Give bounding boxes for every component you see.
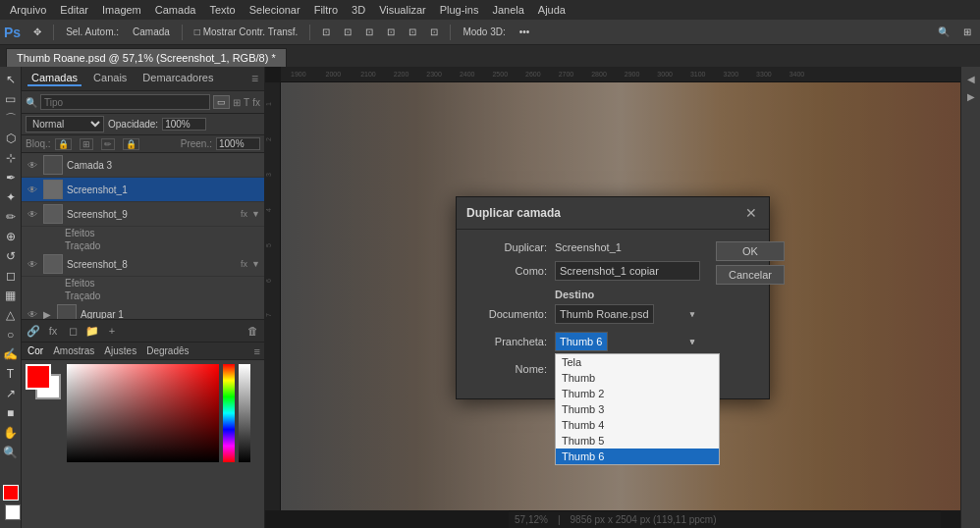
ok-button[interactable]: OK xyxy=(716,241,785,261)
dropdown-item-thumb4[interactable]: Thumb 4 xyxy=(556,417,719,433)
layer-icons-btn[interactable]: ⊞ xyxy=(233,97,241,108)
show-transform[interactable]: □ Mostrar Contr. Transf. xyxy=(190,25,303,39)
tab-demarcadores[interactable]: Demarcadores xyxy=(138,71,217,86)
link-layers-btn[interactable]: 🔗 xyxy=(26,323,41,339)
layer-item[interactable]: 👁 ▶ Agrupar 1 xyxy=(22,302,264,319)
layer-eye-btn[interactable]: 👁 xyxy=(26,307,39,319)
menu-plugins[interactable]: Plug-ins xyxy=(434,2,485,18)
fill-input[interactable] xyxy=(216,137,260,150)
align-center-v[interactable]: ⊡ xyxy=(404,25,421,39)
active-tab[interactable]: Thumb Roane.psd @ 57,1% (Screenshot_1, R… xyxy=(6,48,287,67)
tool-move[interactable]: ↖ xyxy=(2,71,20,88)
cancel-button[interactable]: Cancelar xyxy=(716,265,785,285)
tool-eraser[interactable]: ◻ xyxy=(2,267,20,285)
menu-filtro[interactable]: Filtro xyxy=(308,2,344,18)
tool-history[interactable]: ↺ xyxy=(2,247,20,265)
menu-visualizar[interactable]: Visualizar xyxy=(373,2,432,18)
3d-mode[interactable]: Modo 3D: xyxy=(458,25,510,39)
menu-imagem[interactable]: Imagem xyxy=(96,2,147,18)
bg-color-tool[interactable] xyxy=(5,504,21,520)
tool-shape[interactable]: ■ xyxy=(2,404,20,422)
layer-eye-btn[interactable]: 👁 xyxy=(26,207,39,221)
as-input[interactable] xyxy=(555,261,700,281)
add-style-btn[interactable]: fx xyxy=(45,323,61,339)
tool-brush[interactable]: ✏ xyxy=(2,208,20,226)
delete-layer-btn[interactable]: 🗑 xyxy=(245,323,260,339)
search-btn[interactable]: 🔍 xyxy=(933,25,954,39)
tab-ajustes[interactable]: Ajustes xyxy=(102,344,138,357)
move-tool[interactable]: ✥ xyxy=(28,25,46,39)
fg-swatch[interactable] xyxy=(26,364,51,390)
dropdown-item-tela[interactable]: Tela xyxy=(556,354,719,370)
tool-heal[interactable]: ✦ xyxy=(2,188,20,206)
tab-canais[interactable]: Canais xyxy=(89,71,131,86)
menu-camada[interactable]: Camada xyxy=(149,2,202,18)
align-left[interactable]: ⊡ xyxy=(317,25,335,39)
layer-eye-btn[interactable]: 👁 xyxy=(26,158,39,172)
tool-blur[interactable]: △ xyxy=(2,306,20,324)
opacity-input[interactable] xyxy=(162,118,206,131)
tool-eyedrop[interactable]: ✒ xyxy=(2,169,20,186)
modal-close-btn[interactable]: ✕ xyxy=(743,205,759,221)
layer-item[interactable]: 👁 Screenshot_8 fx ▼ xyxy=(22,252,264,277)
fg-color-tool[interactable] xyxy=(3,485,19,501)
menu-janela[interactable]: Janela xyxy=(486,2,529,18)
layer-fx-btn[interactable]: fx xyxy=(252,97,260,108)
layer-item[interactable]: 👁 Camada 3 xyxy=(22,153,264,178)
tab-amostras[interactable]: Amostras xyxy=(51,344,96,357)
align-right[interactable]: ⊡ xyxy=(360,25,378,39)
color-gradient-picker[interactable] xyxy=(67,364,219,462)
document-select[interactable]: Thumb Roane.psd xyxy=(555,304,654,324)
tool-lasso[interactable]: ⌒ xyxy=(2,110,20,128)
hue-slider[interactable] xyxy=(223,364,235,462)
tab-camadas[interactable]: Camadas xyxy=(27,71,82,86)
lock-artboard-btn[interactable]: ⊞ xyxy=(80,138,93,150)
dropdown-item-thumb[interactable]: Thumb xyxy=(556,370,719,386)
dropdown-item-thumb5[interactable]: Thumb 5 xyxy=(556,433,719,449)
brightness-slider[interactable] xyxy=(239,364,250,462)
tab-degrades[interactable]: Degradês xyxy=(144,344,191,357)
tool-type[interactable]: T xyxy=(2,365,20,383)
menu-selecionar[interactable]: Selecionar xyxy=(244,2,306,18)
lock-paint-btn[interactable]: ✏ xyxy=(101,138,115,150)
tool-path-sel[interactable]: ↗ xyxy=(2,385,20,402)
color-panel-menu[interactable]: ≡ xyxy=(254,344,260,357)
menu-3d[interactable]: 3D xyxy=(346,2,371,18)
lock-all-btn[interactable]: 🔒 xyxy=(123,138,139,150)
new-layer-btn[interactable]: + xyxy=(104,323,120,339)
layer-item[interactable]: 👁 Screenshot_9 fx ▼ xyxy=(22,202,264,227)
artboard-select[interactable]: Thumb 6 xyxy=(555,332,608,351)
right-btn-2[interactable]: ▶ xyxy=(963,88,979,104)
menu-ajuda[interactable]: Ajuda xyxy=(532,2,572,18)
layer-text-btn[interactable]: T xyxy=(244,97,249,108)
menu-editar[interactable]: Editar xyxy=(54,2,94,18)
align-bottom[interactable]: ⊡ xyxy=(425,25,443,39)
tab-cor[interactable]: Cor xyxy=(26,344,45,357)
dropdown-item-thumb6[interactable]: Thumb 6 xyxy=(556,449,719,464)
layers-search-input[interactable] xyxy=(40,94,210,110)
menu-arquivo[interactable]: Arquivo xyxy=(4,2,52,18)
layer-eye-btn[interactable]: 👁 xyxy=(26,257,39,271)
workspace-btn[interactable]: ⊞ xyxy=(958,25,976,39)
tool-stamp[interactable]: ⊕ xyxy=(2,228,20,245)
align-center-h[interactable]: ⊡ xyxy=(339,25,356,39)
tool-dodge[interactable]: ○ xyxy=(2,326,20,343)
dropdown-item-thumb2[interactable]: Thumb 2 xyxy=(556,386,719,401)
blend-mode-select[interactable]: Normal xyxy=(26,116,104,132)
tool-pen[interactable]: ✍ xyxy=(2,345,20,363)
new-group-btn[interactable]: 📁 xyxy=(84,323,100,339)
tool-select[interactable]: ▭ xyxy=(2,90,20,108)
align-top[interactable]: ⊡ xyxy=(382,25,400,39)
layer-item[interactable]: 👁 Screenshot_1 xyxy=(22,178,264,202)
layer-eye-btn[interactable]: 👁 xyxy=(26,183,39,196)
layers-panel-menu[interactable]: ≡ xyxy=(251,71,258,86)
lock-position-btn[interactable]: 🔒 xyxy=(55,138,72,150)
camada-btn[interactable]: Camada xyxy=(128,25,175,39)
tool-quick-sel[interactable]: ⬡ xyxy=(2,130,20,147)
tool-hand[interactable]: ✋ xyxy=(2,424,20,442)
layer-type-btn[interactable]: ▭ xyxy=(213,95,230,109)
tool-zoom[interactable]: 🔍 xyxy=(2,444,20,461)
sel-automat[interactable]: Sel. Autom.: xyxy=(61,25,124,39)
tool-gradient[interactable]: ▦ xyxy=(2,287,20,304)
add-mask-btn[interactable]: ◻ xyxy=(65,323,81,339)
